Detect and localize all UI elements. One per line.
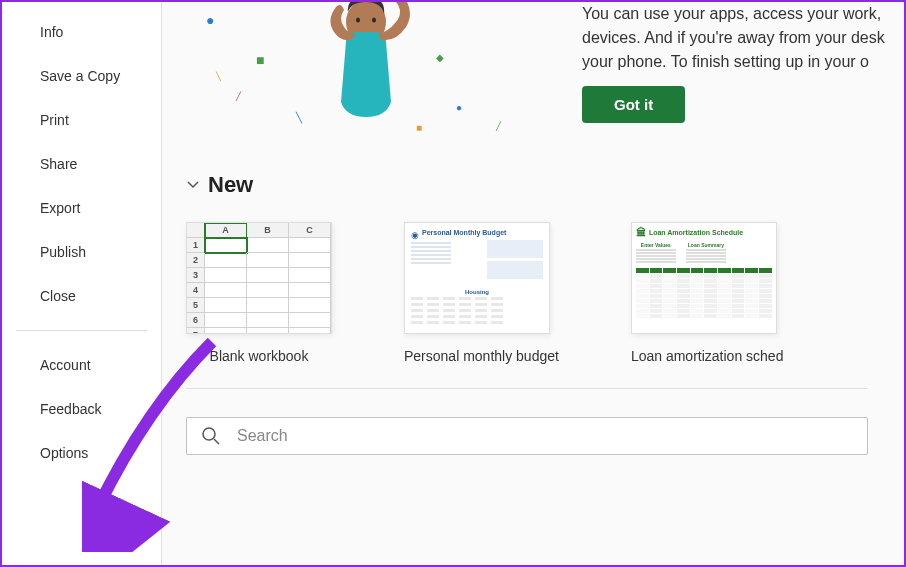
svg-point-3 <box>203 428 215 440</box>
sidebar-item-share[interactable]: Share <box>2 142 161 186</box>
sidebar-item-publish[interactable]: Publish <box>2 230 161 274</box>
confetti-dot-icon: ● <box>456 102 462 113</box>
confetti-line-icon: ╱ <box>496 122 501 131</box>
search-box[interactable] <box>186 417 868 455</box>
sidebar-item-feedback[interactable]: Feedback <box>2 387 161 431</box>
search-input[interactable] <box>237 427 853 445</box>
template-personal-monthly-budget[interactable]: ◉ Personal Monthly Budget Housing <box>404 222 559 364</box>
sidebar-separator <box>16 330 147 331</box>
chevron-down-icon <box>186 177 200 194</box>
hero-illustration: ● ╱ ■ ╲ ◆ ● ■ ╱ ╲ <box>186 2 566 132</box>
person-celebrating-icon <box>306 2 426 122</box>
svg-point-1 <box>356 18 360 23</box>
svg-line-4 <box>214 439 219 444</box>
template-thumbnail: ABC 1 2 3 4 5 6 7 <box>186 222 332 334</box>
main-content: ● ╱ ■ ╲ ◆ ● ■ ╱ ╲ You can use your apps,… <box>162 2 904 565</box>
search-icon <box>201 426 221 446</box>
sidebar-item-account[interactable]: Account <box>2 343 161 387</box>
hero-description: You can use your apps, access your work,… <box>582 2 896 74</box>
new-section-title: New <box>208 172 253 198</box>
confetti-dot-icon: ● <box>206 12 214 28</box>
confetti-line-icon: ╱ <box>236 92 241 101</box>
sidebar-item-print[interactable]: Print <box>2 98 161 142</box>
confetti-square-icon: ■ <box>416 122 422 133</box>
template-thumbnail: 🏛 Loan Amortization Schedule Enter Value… <box>631 222 777 334</box>
confetti-line-icon: ╲ <box>296 112 302 123</box>
svg-point-2 <box>372 18 376 23</box>
sidebar-item-info[interactable]: Info <box>2 10 161 54</box>
confetti-line-icon: ╲ <box>216 72 221 81</box>
template-blank-workbook[interactable]: ABC 1 2 3 4 5 6 7 Blank workbook <box>186 222 332 364</box>
sidebar-item-save-copy[interactable]: Save a Copy <box>2 54 161 98</box>
sidebar-item-options[interactable]: Options <box>2 431 161 475</box>
backstage-sidebar: Info Save a Copy Print Share Export Publ… <box>2 2 162 565</box>
confetti-square-icon: ◆ <box>436 52 444 63</box>
template-label: Loan amortization sched <box>631 348 784 364</box>
template-gallery: ABC 1 2 3 4 5 6 7 Blank workbook ◉ <box>186 222 904 364</box>
confetti-square-icon: ■ <box>256 52 264 68</box>
template-loan-amortization[interactable]: 🏛 Loan Amortization Schedule Enter Value… <box>631 222 784 364</box>
got-it-button[interactable]: Got it <box>582 86 685 123</box>
hero-banner: ● ╱ ■ ╲ ◆ ● ■ ╱ ╲ You can use your apps,… <box>186 2 904 142</box>
sidebar-item-close[interactable]: Close <box>2 274 161 318</box>
section-divider <box>186 388 868 389</box>
template-thumbnail: ◉ Personal Monthly Budget Housing <box>404 222 550 334</box>
new-section-header[interactable]: New <box>186 172 904 198</box>
template-label: Personal monthly budget <box>404 348 559 364</box>
template-label: Blank workbook <box>186 348 332 364</box>
sidebar-item-export[interactable]: Export <box>2 186 161 230</box>
bank-icon: 🏛 <box>636 227 646 238</box>
